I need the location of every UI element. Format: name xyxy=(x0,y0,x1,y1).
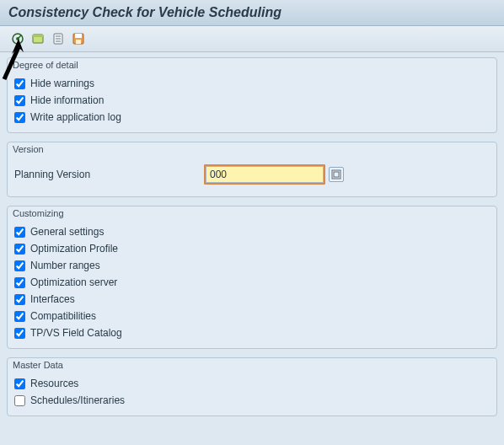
resources-label: Resources xyxy=(30,378,78,389)
group-degree-of-detail: Degree of detail Hide warnings Hide info… xyxy=(7,57,497,133)
planning-version-row: Planning Version xyxy=(14,159,490,190)
optimization-profile-label: Optimization Profile xyxy=(30,243,118,255)
page-title: Consistency Check for Vehicle Scheduling xyxy=(0,0,504,26)
value-help-icon xyxy=(331,169,341,180)
hide-information-checkbox[interactable] xyxy=(14,95,25,106)
planning-version-value-help-button[interactable] xyxy=(329,167,344,182)
tpvs-field-catalog-checkbox[interactable] xyxy=(14,328,25,339)
save-button[interactable] xyxy=(69,29,88,48)
checkbox-row-optimization-server: Optimization server xyxy=(14,274,490,291)
folder-open-icon xyxy=(31,32,45,46)
checkbox-row-resources: Resources xyxy=(14,375,490,392)
planning-version-label: Planning Version xyxy=(14,169,204,180)
tpvs-field-catalog-label: TP/VS Field Catalog xyxy=(30,327,122,339)
toolbar xyxy=(0,26,504,52)
group-version: Version Planning Version xyxy=(7,142,497,197)
planning-version-input[interactable] xyxy=(206,166,324,183)
hide-warnings-checkbox[interactable] xyxy=(14,78,25,89)
number-ranges-checkbox[interactable] xyxy=(14,260,25,271)
optimization-profile-checkbox[interactable] xyxy=(14,244,25,255)
save-icon xyxy=(72,32,85,46)
checkbox-row-interfaces: Interfaces xyxy=(14,291,490,308)
checkbox-row-general-settings: General settings xyxy=(14,223,490,240)
checkbox-row-compatibilities: Compatibilities xyxy=(14,308,490,324)
execute-button[interactable] xyxy=(8,29,27,48)
optimization-server-checkbox[interactable] xyxy=(14,277,25,288)
group-customizing: Customizing General settings Optimizatio… xyxy=(7,206,497,349)
checkbox-row-optimization-profile: Optimization Profile xyxy=(14,240,490,257)
svg-line-2 xyxy=(18,35,21,39)
optimization-server-label: Optimization server xyxy=(30,276,117,288)
variant-overview-button[interactable] xyxy=(49,29,67,48)
checkbox-row-hide-warnings: Hide warnings xyxy=(14,75,490,92)
compatibilities-checkbox[interactable] xyxy=(14,311,25,322)
resources-checkbox[interactable] xyxy=(14,378,25,389)
interfaces-label: Interfaces xyxy=(30,293,75,305)
checkbox-row-tpvs-field-catalog: TP/VS Field Catalog xyxy=(14,324,490,341)
schedules-itineraries-label: Schedules/Itineraries xyxy=(30,394,125,406)
svg-rect-11 xyxy=(76,40,81,44)
schedules-itineraries-checkbox[interactable] xyxy=(14,395,25,406)
variant-get-button[interactable] xyxy=(29,29,47,48)
hide-warnings-label: Hide warnings xyxy=(30,78,94,89)
checkbox-row-write-application-log: Write application log xyxy=(14,109,490,126)
write-application-log-label: Write application log xyxy=(30,111,121,123)
svg-rect-10 xyxy=(75,34,82,38)
general-settings-label: General settings xyxy=(30,226,104,238)
group-title: Master Data xyxy=(8,358,496,370)
compatibilities-label: Compatibilities xyxy=(30,310,96,322)
svg-rect-13 xyxy=(334,172,339,177)
checkbox-row-number-ranges: Number ranges xyxy=(14,257,490,274)
group-title: Version xyxy=(8,142,496,154)
content-area: Degree of detail Hide warnings Hide info… xyxy=(0,52,504,445)
execute-icon xyxy=(11,32,24,46)
write-application-log-checkbox[interactable] xyxy=(14,112,25,123)
general-settings-checkbox[interactable] xyxy=(14,227,25,238)
interfaces-checkbox[interactable] xyxy=(14,294,25,305)
group-title: Degree of detail xyxy=(8,58,496,70)
checkbox-row-hide-information: Hide information xyxy=(14,92,490,109)
planning-version-input-wrap xyxy=(204,164,325,185)
svg-rect-4 xyxy=(33,35,43,37)
group-title: Customizing xyxy=(8,206,496,218)
checkbox-row-schedules-itineraries: Schedules/Itineraries xyxy=(14,392,490,409)
number-ranges-label: Number ranges xyxy=(30,260,100,271)
group-master-data: Master Data Resources Schedules/Itinerar… xyxy=(7,357,497,416)
hide-information-label: Hide information xyxy=(30,94,104,106)
document-icon xyxy=(51,32,65,46)
